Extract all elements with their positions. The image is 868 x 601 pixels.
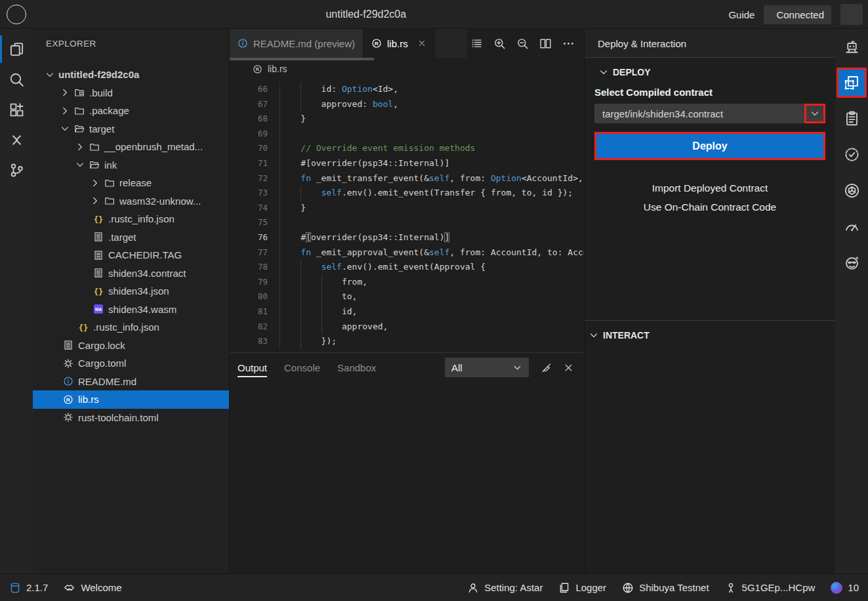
close-icon[interactable] — [417, 39, 426, 48]
status-item-network[interactable]: Shibuya Testnet — [622, 582, 709, 594]
code-line-75[interactable]: 75 — [230, 215, 584, 230]
workspace-title-wrap: untitled-f29d2c0a — [325, 0, 412, 29]
tree-item-rust-toolchain-toml[interactable]: rust-toolchain.toml — [33, 409, 229, 427]
deploy-button[interactable]: Deploy — [596, 134, 823, 158]
tree-item-shiden34-contract[interactable]: shiden34.contract — [33, 264, 229, 283]
json-icon: {} — [93, 285, 104, 297]
chevron-down-icon — [60, 123, 71, 135]
output-content — [230, 382, 584, 573]
code-line-69[interactable]: 69 — [230, 127, 584, 142]
panel-tab-console[interactable]: Console — [284, 353, 320, 382]
activity-item-benchmark[interactable] — [835, 209, 868, 245]
code-line-68[interactable]: 68 } — [230, 112, 584, 127]
line-content: to, — [279, 289, 584, 304]
interact-section-header[interactable]: INTERACT — [585, 320, 835, 343]
avatar[interactable] — [840, 4, 863, 25]
guide-button[interactable]: Guide — [724, 9, 754, 20]
compiled-contract-select[interactable]: target/ink/shiden34.contract — [594, 104, 825, 123]
output-filter-select[interactable]: All — [445, 358, 529, 377]
code-line-81[interactable]: 81 id, — [230, 304, 584, 320]
status-item-account[interactable]: 5G1GEp...HCpw — [725, 582, 816, 594]
tree-item-untitled-f29d2c0a[interactable]: untitled-f29d2c0a — [33, 66, 229, 84]
tree-item-shiden34-wasm[interactable]: WAshiden34.wasm — [33, 300, 229, 319]
tree-item-readme-md[interactable]: README.md — [33, 373, 229, 391]
tree-item-cargo-lock[interactable]: Cargo.lock — [33, 337, 229, 355]
code-line-78[interactable]: 78 self.env().emit_event(Approval { — [230, 260, 584, 275]
code-line-82[interactable]: 82 approved, — [230, 320, 584, 335]
tree-item--build[interactable]: .build — [33, 84, 229, 102]
code-line-70[interactable]: 70 // Override event emission methods — [230, 141, 584, 156]
tree-item-wasm32-unknow-[interactable]: wasm32-unknow... — [33, 192, 229, 211]
code-line-73[interactable]: 73 self.env().emit_event(Transfer { from… — [230, 186, 584, 201]
status-item-logger[interactable]: Logger — [558, 582, 606, 594]
tree-item--package[interactable]: .package — [33, 102, 229, 120]
clear-icon — [541, 362, 552, 373]
zoom-out-button[interactable] — [513, 34, 531, 52]
status-item-version[interactable]: 2.1.7 — [9, 582, 48, 594]
folder-build-icon — [73, 87, 85, 98]
breadcrumb[interactable]: R lib.rs — [230, 58, 584, 80]
activity-item-collapse[interactable] — [0, 125, 33, 155]
tree-item-cargo-toml[interactable]: Cargo.toml — [33, 354, 229, 373]
select-chevron-annotation[interactable] — [804, 104, 825, 123]
activity-item-source-control[interactable] — [0, 155, 33, 185]
panel-tab-output[interactable]: Output — [238, 353, 267, 382]
more-actions-button[interactable] — [559, 34, 577, 52]
status-item-setting[interactable]: Setting: Astar — [467, 582, 543, 594]
deploy-link-0[interactable]: Import Deployed Contract — [652, 182, 768, 194]
activity-item-search[interactable] — [0, 64, 33, 94]
line-number: 76 — [230, 230, 268, 245]
tree-item--rustc-info-json[interactable]: {}.rustc_info.json — [33, 210, 229, 228]
code-line-72[interactable]: 72 fn _emit_transfer_event(&self, from: … — [230, 171, 584, 186]
activity-item-verify[interactable] — [835, 136, 868, 173]
status-item-balance[interactable]: 10 — [831, 582, 859, 594]
code-line-76[interactable]: 76 #[overrider(psp34::Internal)] — [230, 230, 584, 245]
tree-item-shiden34-json[interactable]: {}shiden34.json — [33, 282, 229, 300]
panel-tab-sandbox[interactable]: Sandbox — [337, 353, 376, 382]
clear-output-button[interactable] — [538, 360, 554, 375]
tree-item-cachedir-tag[interactable]: CACHEDIR.TAG — [33, 246, 229, 264]
zoom-in-button[interactable] — [490, 34, 508, 52]
code-line-80[interactable]: 80 to, — [230, 289, 584, 304]
app-root: untitled-f29d2c0a Guide Connected EXPLOR… — [0, 0, 868, 601]
status-item-welcome[interactable]: Welcome — [64, 582, 121, 594]
split-editor-button[interactable] — [536, 34, 554, 52]
folder-icon — [89, 141, 100, 152]
guide-label: Guide — [728, 9, 754, 20]
editor-tab-readme-md-preview-[interactable]: README.md (preview) — [230, 29, 363, 58]
editor-tab-lib-rs[interactable]: Rlib.rs — [363, 29, 435, 58]
tree-item-release[interactable]: release — [33, 174, 229, 192]
activity-item-fun[interactable] — [835, 245, 868, 281]
deploy-section-header[interactable]: DEPLOY — [594, 58, 825, 80]
tree-item-ink[interactable]: ink — [33, 156, 229, 175]
code-line-83[interactable]: 83 }); — [230, 334, 584, 349]
chevron-right-icon — [90, 177, 101, 188]
close-panel-button[interactable] — [560, 360, 576, 375]
tree-item-lib-rs[interactable]: Rlib.rs — [33, 390, 229, 409]
openai-icon — [844, 182, 860, 199]
activity-item-clipboard[interactable] — [835, 100, 868, 136]
tree-item-target[interactable]: target — [33, 120, 229, 138]
activity-item-extensions[interactable] — [0, 94, 33, 125]
back-button[interactable] — [7, 5, 26, 24]
activity-item-deploy-interaction[interactable] — [837, 68, 867, 98]
activity-item-openai[interactable] — [835, 173, 868, 209]
code-line-77[interactable]: 77 fn _emit_approval_event(&self, from: … — [230, 245, 584, 260]
activity-item-explorer[interactable] — [0, 34, 33, 64]
code-editor[interactable]: 66 id: Option<Id>,67 approved: bool,68 }… — [230, 80, 584, 352]
tabbar-scrollbar[interactable] — [230, 58, 374, 60]
status-item-label: 2.1.7 — [26, 582, 48, 593]
tree-item--target[interactable]: .target — [33, 228, 229, 247]
code-line-67[interactable]: 67 approved: bool, — [230, 97, 584, 112]
activity-item-assistant[interactable] — [835, 29, 868, 65]
tree-item--rustc-info-json[interactable]: {}.rustc_info.json — [33, 318, 229, 337]
outline-button[interactable] — [467, 34, 486, 52]
connected-badge[interactable]: Connected — [764, 5, 831, 24]
code-line-74[interactable]: 74 } — [230, 201, 584, 216]
code-line-66[interactable]: 66 id: Option<Id>, — [230, 82, 584, 97]
deploy-link-1[interactable]: Use On-Chain Contract Code — [644, 201, 776, 213]
code-line-79[interactable]: 79 from, — [230, 275, 584, 290]
code-line-71[interactable]: 71 #[overrider(psp34::Internal)] — [230, 156, 584, 171]
tree-item-label: .build — [89, 87, 113, 98]
tree-item--openbrush-metad-[interactable]: __openbrush_metad... — [33, 138, 229, 156]
